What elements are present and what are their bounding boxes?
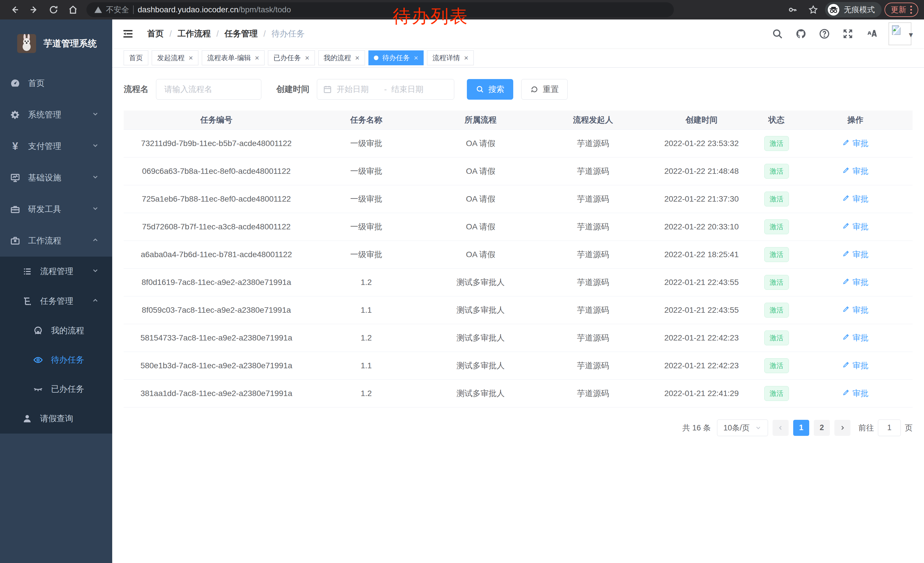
approve-link[interactable]: 审批 — [842, 388, 868, 399]
approve-label: 审批 — [852, 388, 868, 399]
chevron-down-icon — [92, 142, 99, 151]
tab-label: 已办任务 — [273, 53, 301, 62]
sidebar-item-label: 系统管理 — [28, 109, 61, 120]
sidebar-item[interactable]: 请假查询 — [0, 404, 112, 434]
sidebar-toggle-icon[interactable] — [122, 27, 135, 41]
sidebar-item[interactable]: 流程管理 — [0, 257, 112, 286]
browser-menu-icon[interactable] — [910, 6, 912, 14]
create-time-label: 创建时间 — [276, 84, 309, 95]
tab-label: 流程详情 — [432, 53, 460, 62]
goto-label: 前往 — [858, 423, 874, 433]
tab-close-icon[interactable]: × — [464, 54, 468, 62]
approve-label: 审批 — [852, 221, 868, 232]
goto-page-input[interactable] — [878, 419, 901, 436]
tab-待办任务[interactable]: 待办任务× — [368, 50, 424, 65]
tab-close-icon[interactable]: × — [189, 54, 193, 62]
filter-form: 流程名 创建时间 - 搜索 重置 — [124, 79, 912, 100]
breadcrumb-item[interactable]: 任务管理 — [224, 28, 258, 39]
approve-link[interactable]: 审批 — [842, 166, 868, 177]
create-time-cell: 2022-01-22 20:33:10 — [648, 213, 755, 240]
task-name-cell: 一级审批 — [309, 157, 424, 185]
sidebar-item[interactable]: 系统管理 — [0, 99, 112, 131]
table-row: 580e1b3d-7ac8-11ec-a9e2-a2380e71991a1.1测… — [124, 352, 912, 380]
sidebar-item[interactable]: 研发工具 — [0, 194, 112, 225]
tab-close-icon[interactable]: × — [255, 54, 259, 62]
action-cell: 审批 — [798, 296, 912, 324]
breadcrumb-item[interactable]: 首页 — [147, 28, 164, 39]
process-name-input[interactable] — [156, 79, 261, 100]
column-header: 所属流程 — [423, 111, 538, 129]
approve-link[interactable]: 审批 — [842, 138, 868, 149]
approve-link[interactable]: 审批 — [842, 221, 868, 232]
action-cell: 审批 — [798, 324, 912, 352]
task-id-cell: 8f059c03-7ac8-11ec-a9e2-a2380e71991a — [124, 296, 309, 324]
reload-icon[interactable] — [45, 2, 62, 17]
sidebar-item[interactable]: 任务管理 — [0, 286, 112, 316]
approve-link[interactable]: 审批 — [842, 332, 868, 343]
tab-流程详情[interactable]: 流程详情× — [427, 50, 474, 65]
tab-close-icon[interactable]: × — [355, 54, 360, 62]
search-button[interactable]: 搜索 — [467, 79, 513, 100]
page-size-select[interactable]: 10条/页 — [717, 419, 768, 436]
tab-首页[interactable]: 首页 — [124, 50, 148, 65]
task-table: 任务编号任务名称所属流程流程发起人创建时间状态操作 73211d9d-7b9b-… — [124, 111, 912, 407]
avatar[interactable]: ▼ — [888, 23, 914, 45]
edit-pen-icon — [842, 138, 850, 148]
bookmark-star-icon[interactable] — [804, 2, 822, 17]
sidebar-item-label: 基础设施 — [28, 172, 61, 183]
tab-发起流程[interactable]: 发起流程× — [152, 50, 198, 65]
start-date-input[interactable] — [337, 85, 380, 94]
prev-page-button[interactable] — [772, 420, 789, 436]
sidebar-item[interactable]: ¥支付管理 — [0, 131, 112, 162]
security-warning[interactable]: 不安全 — [94, 5, 129, 15]
approve-link[interactable]: 审批 — [842, 277, 868, 288]
search-icon[interactable] — [771, 27, 784, 40]
sidebar-item[interactable]: 首页 — [0, 68, 112, 99]
reset-button[interactable]: 重置 — [521, 79, 568, 100]
tab-我的流程[interactable]: 我的流程× — [318, 50, 365, 65]
back-icon[interactable] — [6, 2, 24, 17]
sidebar-item[interactable]: 我的流程 — [0, 316, 112, 345]
tab-close-icon[interactable]: × — [414, 54, 418, 62]
sidebar-item-label: 首页 — [28, 78, 45, 89]
date-range-picker[interactable]: - — [317, 79, 454, 100]
sidebar-item-label: 流程管理 — [40, 266, 73, 277]
tab-流程表单-编辑[interactable]: 流程表单-编辑× — [202, 50, 264, 65]
incognito-badge[interactable]: 无痕模式 — [825, 2, 882, 18]
sidebar-item[interactable]: 待办任务 — [0, 345, 112, 375]
tab-close-icon[interactable]: × — [305, 54, 309, 62]
task-name-cell: 1.2 — [309, 268, 424, 296]
home-icon[interactable] — [64, 2, 82, 17]
sidebar-item[interactable]: 工作流程 — [0, 225, 112, 257]
next-page-button[interactable] — [834, 420, 850, 436]
chevron-down-icon — [92, 267, 99, 276]
sidebar-item[interactable]: 已办任务 — [0, 375, 112, 404]
page-button-1[interactable]: 1 — [793, 420, 809, 436]
github-icon[interactable] — [795, 27, 807, 40]
approve-link[interactable]: 审批 — [842, 305, 868, 315]
approve-link[interactable]: 审批 — [842, 360, 868, 371]
approve-link[interactable]: 审批 — [842, 194, 868, 204]
table-row: 58154733-7ac8-11ec-a9e2-a2380e71991a1.2测… — [124, 324, 912, 352]
key-icon[interactable] — [784, 2, 801, 17]
task-id-cell: 8f0d1619-7ac8-11ec-a9e2-a2380e71991a — [124, 268, 309, 296]
total-count: 共 16 条 — [682, 423, 711, 433]
end-date-input[interactable] — [391, 85, 434, 94]
forward-icon[interactable] — [25, 2, 43, 17]
gear-icon — [10, 110, 21, 120]
sidebar-item[interactable]: 基础设施 — [0, 162, 112, 194]
table-row: 725a1eb6-7b88-11ec-8ef0-acde48001122一级审批… — [124, 185, 912, 213]
tags-view: 首页发起流程×流程表单-编辑×已办任务×我的流程×待办任务×流程详情× — [112, 48, 924, 68]
breadcrumb: 首页/工作流程/任务管理/待办任务 — [147, 28, 304, 39]
address-bar[interactable]: 不安全 dashboard.yudao.iocoder.cn/bpm/task/… — [87, 2, 674, 17]
breadcrumb-item[interactable]: 工作流程 — [177, 28, 211, 39]
approve-link[interactable]: 审批 — [842, 249, 868, 260]
update-button[interactable]: 更新 — [885, 3, 918, 17]
tab-已办任务[interactable]: 已办任务× — [268, 50, 315, 65]
help-icon[interactable] — [818, 27, 831, 40]
app-logo[interactable]: 芋道管理系统 — [0, 20, 112, 68]
font-size-icon[interactable] — [865, 27, 878, 40]
page-button-2[interactable]: 2 — [814, 420, 830, 436]
status-badge: 激活 — [764, 247, 789, 262]
fullscreen-icon[interactable] — [842, 27, 854, 40]
